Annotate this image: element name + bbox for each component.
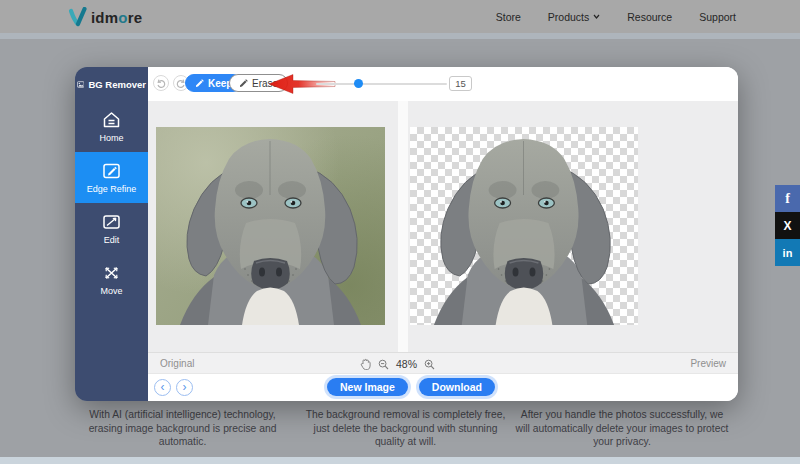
zoom-percentage: 48% xyxy=(396,358,417,370)
dog-photo-cutout xyxy=(410,127,638,325)
bg-remover-header: BG Remover xyxy=(75,67,148,101)
linkedin-share-button[interactable]: in xyxy=(775,239,800,266)
dog-photo-original xyxy=(156,127,385,325)
original-label: Original xyxy=(160,358,194,369)
app-root: idmore Store Products Resource Support W… xyxy=(0,0,800,464)
brush-size-slider[interactable] xyxy=(316,75,447,91)
x-share-button[interactable]: X xyxy=(775,212,800,239)
zoom-out-icon[interactable] xyxy=(378,359,389,370)
feature-text-free: The background removal is completely fre… xyxy=(303,408,508,449)
download-button[interactable]: Download xyxy=(419,378,495,396)
feature-text-privacy: After you handle the photos successfully… xyxy=(513,408,731,449)
vidmore-logo[interactable]: idmore xyxy=(68,7,142,27)
facebook-share-button[interactable]: f xyxy=(775,185,800,212)
bg-remover-logo-icon xyxy=(77,78,84,91)
brand-text: idmore xyxy=(91,9,142,26)
feature-text-ai: With AI (artificial intelligence) techno… xyxy=(85,408,280,449)
keep-brush-icon xyxy=(195,78,205,88)
vidmore-check-icon xyxy=(68,7,89,27)
slider-track[interactable] xyxy=(316,83,447,85)
header-divider xyxy=(0,33,800,39)
preview-image-canvas[interactable] xyxy=(410,127,638,325)
prev-image-button[interactable]: ‹ xyxy=(154,379,171,396)
new-image-button[interactable]: New Image xyxy=(327,378,408,396)
sidebar-item-edge-refine[interactable]: Edge Refine xyxy=(75,152,148,203)
modal-footer: ‹ › New Image Download xyxy=(148,374,738,401)
image-arrow-icon xyxy=(102,213,121,231)
slider-thumb[interactable] xyxy=(354,79,363,88)
move-arrows-icon xyxy=(102,264,121,282)
edit-square-icon xyxy=(102,162,121,180)
next-image-button[interactable]: › xyxy=(176,379,193,396)
modal-sidebar: BG Remover Home Edge Refine xyxy=(75,67,148,401)
editor-content xyxy=(148,101,738,352)
original-panel xyxy=(148,101,398,352)
panel-divider xyxy=(398,101,408,352)
sidebar-item-home[interactable]: Home xyxy=(75,101,148,152)
home-icon xyxy=(102,111,121,129)
nav-products[interactable]: Products xyxy=(548,11,600,23)
erase-brush-icon xyxy=(239,78,249,88)
preview-label: Preview xyxy=(690,358,726,369)
brush-size-value[interactable]: 15 xyxy=(449,76,472,91)
sidebar-item-label: Move xyxy=(100,286,122,296)
hand-tool-icon[interactable] xyxy=(360,358,371,370)
cta-row: New Image Download xyxy=(327,378,495,396)
preview-panel xyxy=(408,101,738,352)
page-bottom-strip xyxy=(0,457,800,464)
site-nav: Store Products Resource Support xyxy=(496,0,736,33)
sidebar-item-move[interactable]: Move xyxy=(75,254,148,305)
bg-remover-title: BG Remover xyxy=(88,79,146,90)
social-share-rail: f X in xyxy=(775,185,800,266)
zoom-in-icon[interactable] xyxy=(424,359,435,370)
viewer-statusbar: Original 48% Preview xyxy=(148,352,738,374)
original-image-canvas[interactable] xyxy=(156,127,385,325)
nav-store[interactable]: Store xyxy=(496,11,521,23)
sidebar-item-label: Home xyxy=(99,133,123,143)
chevron-down-icon xyxy=(593,14,600,19)
sidebar-item-label: Edit xyxy=(104,235,120,245)
zoom-tools: 48% xyxy=(360,353,435,375)
sidebar-item-label: Edge Refine xyxy=(87,184,137,194)
sidebar-item-edit[interactable]: Edit xyxy=(75,203,148,254)
nav-support[interactable]: Support xyxy=(699,11,736,23)
undo-button[interactable] xyxy=(153,75,169,91)
editor-toolbar: Keep Erase 15 xyxy=(148,67,738,101)
nav-resource[interactable]: Resource xyxy=(627,11,672,23)
bg-remover-modal: BG Remover Home Edge Refine xyxy=(75,67,738,401)
site-header: idmore Store Products Resource Support xyxy=(0,0,800,33)
modal-main: Keep Erase 15 xyxy=(148,67,738,401)
